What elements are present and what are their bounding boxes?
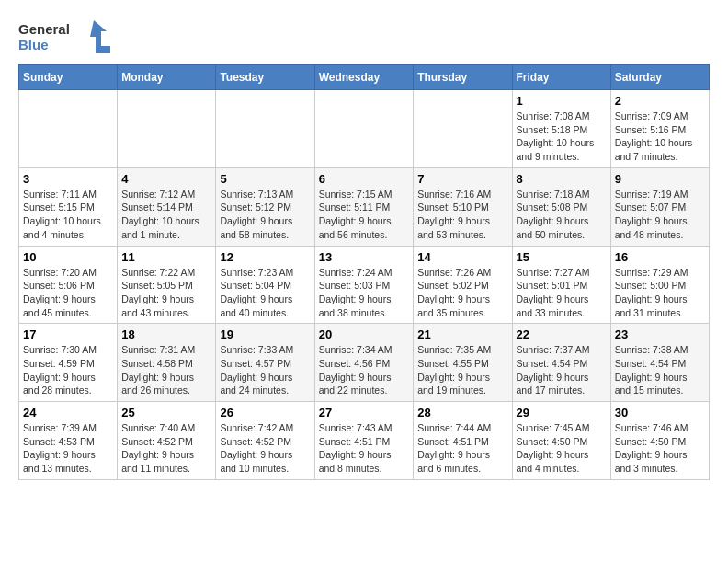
- day-info: Sunrise: 7:12 AMSunset: 5:14 PMDaylight:…: [121, 188, 211, 242]
- calendar-cell: 28Sunrise: 7:44 AMSunset: 4:51 PMDayligh…: [414, 402, 512, 480]
- weekday-header-friday: Friday: [512, 65, 610, 90]
- week-row-1: 1Sunrise: 7:08 AMSunset: 5:18 PMDaylight…: [19, 90, 710, 168]
- day-info: Sunrise: 7:18 AMSunset: 5:08 PMDaylight:…: [517, 188, 607, 242]
- day-number: 10: [23, 250, 113, 264]
- day-info: Sunrise: 7:33 AMSunset: 4:57 PMDaylight:…: [220, 343, 310, 397]
- day-info: Sunrise: 7:22 AMSunset: 5:05 PMDaylight:…: [121, 266, 211, 320]
- week-row-2: 3Sunrise: 7:11 AMSunset: 5:15 PMDaylight…: [19, 167, 710, 246]
- calendar-cell: 16Sunrise: 7:29 AMSunset: 5:00 PMDayligh…: [610, 246, 709, 324]
- day-number: 8: [517, 172, 607, 186]
- svg-text:Blue: Blue: [18, 37, 49, 52]
- calendar-cell: 17Sunrise: 7:30 AMSunset: 4:59 PMDayligh…: [19, 324, 118, 402]
- calendar-cell: [19, 90, 118, 168]
- day-number: 18: [121, 327, 211, 341]
- day-info: Sunrise: 7:34 AMSunset: 4:56 PMDaylight:…: [319, 343, 410, 397]
- day-number: 5: [220, 172, 310, 186]
- day-info: Sunrise: 7:27 AMSunset: 5:01 PMDaylight:…: [517, 266, 607, 320]
- day-number: 6: [319, 172, 410, 186]
- calendar-cell: 24Sunrise: 7:39 AMSunset: 4:53 PMDayligh…: [19, 402, 118, 480]
- day-info: Sunrise: 7:13 AMSunset: 5:12 PMDaylight:…: [220, 188, 310, 242]
- calendar-cell: 10Sunrise: 7:20 AMSunset: 5:06 PMDayligh…: [19, 246, 118, 324]
- day-info: Sunrise: 7:37 AMSunset: 4:54 PMDaylight:…: [517, 343, 607, 397]
- day-info: Sunrise: 7:29 AMSunset: 5:00 PMDaylight:…: [615, 266, 705, 320]
- weekday-header-monday: Monday: [118, 65, 216, 90]
- day-number: 25: [121, 406, 211, 419]
- day-info: Sunrise: 7:46 AMSunset: 4:50 PMDaylight:…: [615, 421, 705, 476]
- calendar-cell: 23Sunrise: 7:38 AMSunset: 4:54 PMDayligh…: [610, 324, 709, 402]
- day-number: 30: [615, 406, 705, 419]
- calendar-cell: 15Sunrise: 7:27 AMSunset: 5:01 PMDayligh…: [512, 246, 610, 324]
- day-number: 29: [517, 406, 607, 419]
- day-info: Sunrise: 7:20 AMSunset: 5:06 PMDaylight:…: [23, 266, 113, 320]
- day-number: 26: [220, 406, 310, 419]
- day-number: 1: [517, 94, 607, 108]
- week-row-4: 17Sunrise: 7:30 AMSunset: 4:59 PMDayligh…: [19, 324, 710, 402]
- day-info: Sunrise: 7:16 AMSunset: 5:10 PMDaylight:…: [417, 188, 507, 242]
- calendar-cell: 27Sunrise: 7:43 AMSunset: 4:51 PMDayligh…: [314, 402, 414, 480]
- calendar-cell: 29Sunrise: 7:45 AMSunset: 4:50 PMDayligh…: [512, 402, 610, 480]
- weekday-header-wednesday: Wednesday: [314, 65, 414, 90]
- calendar-cell: 2Sunrise: 7:09 AMSunset: 5:16 PMDaylight…: [610, 90, 709, 168]
- day-number: 13: [319, 250, 410, 264]
- day-info: Sunrise: 7:45 AMSunset: 4:50 PMDaylight:…: [517, 421, 607, 476]
- logo: General Blue: [18, 18, 110, 55]
- day-info: Sunrise: 7:35 AMSunset: 4:55 PMDaylight:…: [417, 343, 507, 397]
- weekday-header-row: SundayMondayTuesdayWednesdayThursdayFrid…: [19, 65, 710, 90]
- calendar-cell: 26Sunrise: 7:42 AMSunset: 4:52 PMDayligh…: [216, 402, 314, 480]
- day-info: Sunrise: 7:31 AMSunset: 4:58 PMDaylight:…: [121, 343, 211, 397]
- calendar-cell: 18Sunrise: 7:31 AMSunset: 4:58 PMDayligh…: [118, 324, 216, 402]
- week-row-5: 24Sunrise: 7:39 AMSunset: 4:53 PMDayligh…: [19, 402, 710, 480]
- day-info: Sunrise: 7:39 AMSunset: 4:53 PMDaylight:…: [23, 421, 113, 476]
- day-info: Sunrise: 7:15 AMSunset: 5:11 PMDaylight:…: [319, 188, 410, 242]
- calendar-cell: 20Sunrise: 7:34 AMSunset: 4:56 PMDayligh…: [314, 324, 414, 402]
- day-info: Sunrise: 7:26 AMSunset: 5:02 PMDaylight:…: [417, 266, 507, 320]
- svg-marker-2: [90, 20, 110, 53]
- day-info: Sunrise: 7:42 AMSunset: 4:52 PMDaylight:…: [220, 421, 310, 476]
- calendar-cell: 14Sunrise: 7:26 AMSunset: 5:02 PMDayligh…: [414, 246, 512, 324]
- calendar-cell: [414, 90, 512, 168]
- week-row-3: 10Sunrise: 7:20 AMSunset: 5:06 PMDayligh…: [19, 246, 710, 324]
- day-number: 4: [121, 172, 211, 186]
- weekday-header-tuesday: Tuesday: [216, 65, 314, 90]
- day-info: Sunrise: 7:43 AMSunset: 4:51 PMDaylight:…: [319, 421, 410, 476]
- day-number: 7: [417, 172, 507, 186]
- calendar-cell: 12Sunrise: 7:23 AMSunset: 5:04 PMDayligh…: [216, 246, 314, 324]
- day-number: 27: [319, 406, 410, 419]
- calendar-cell: 6Sunrise: 7:15 AMSunset: 5:11 PMDaylight…: [314, 167, 414, 246]
- calendar-cell: [216, 90, 314, 168]
- day-number: 14: [417, 250, 507, 264]
- calendar-cell: 22Sunrise: 7:37 AMSunset: 4:54 PMDayligh…: [512, 324, 610, 402]
- calendar-cell: 25Sunrise: 7:40 AMSunset: 4:52 PMDayligh…: [118, 402, 216, 480]
- logo-graphic: General Blue: [18, 18, 110, 55]
- calendar-cell: 11Sunrise: 7:22 AMSunset: 5:05 PMDayligh…: [118, 246, 216, 324]
- day-number: 28: [417, 406, 507, 419]
- day-number: 2: [615, 94, 705, 108]
- calendar-cell: [314, 90, 414, 168]
- day-info: Sunrise: 7:09 AMSunset: 5:16 PMDaylight:…: [615, 109, 705, 164]
- day-info: Sunrise: 7:38 AMSunset: 4:54 PMDaylight:…: [615, 343, 705, 397]
- calendar-cell: 3Sunrise: 7:11 AMSunset: 5:15 PMDaylight…: [19, 167, 118, 246]
- day-number: 9: [615, 172, 705, 186]
- calendar-cell: 21Sunrise: 7:35 AMSunset: 4:55 PMDayligh…: [414, 324, 512, 402]
- day-number: 11: [121, 250, 211, 264]
- calendar-cell: 5Sunrise: 7:13 AMSunset: 5:12 PMDaylight…: [216, 167, 314, 246]
- day-number: 3: [23, 172, 113, 186]
- day-info: Sunrise: 7:08 AMSunset: 5:18 PMDaylight:…: [517, 109, 607, 164]
- weekday-header-sunday: Sunday: [19, 65, 118, 90]
- day-info: Sunrise: 7:19 AMSunset: 5:07 PMDaylight:…: [615, 188, 705, 242]
- day-info: Sunrise: 7:40 AMSunset: 4:52 PMDaylight:…: [121, 421, 211, 476]
- day-number: 24: [23, 406, 113, 419]
- day-number: 17: [23, 327, 113, 341]
- weekday-header-thursday: Thursday: [414, 65, 512, 90]
- calendar-cell: 9Sunrise: 7:19 AMSunset: 5:07 PMDaylight…: [610, 167, 709, 246]
- day-number: 23: [615, 327, 705, 341]
- svg-text:General: General: [18, 21, 70, 37]
- day-number: 19: [220, 327, 310, 341]
- calendar-cell: 8Sunrise: 7:18 AMSunset: 5:08 PMDaylight…: [512, 167, 610, 246]
- header: General Blue: [18, 18, 710, 55]
- day-number: 15: [517, 250, 607, 264]
- weekday-header-saturday: Saturday: [610, 65, 709, 90]
- day-info: Sunrise: 7:23 AMSunset: 5:04 PMDaylight:…: [220, 266, 310, 320]
- day-number: 16: [615, 250, 705, 264]
- calendar-cell: 19Sunrise: 7:33 AMSunset: 4:57 PMDayligh…: [216, 324, 314, 402]
